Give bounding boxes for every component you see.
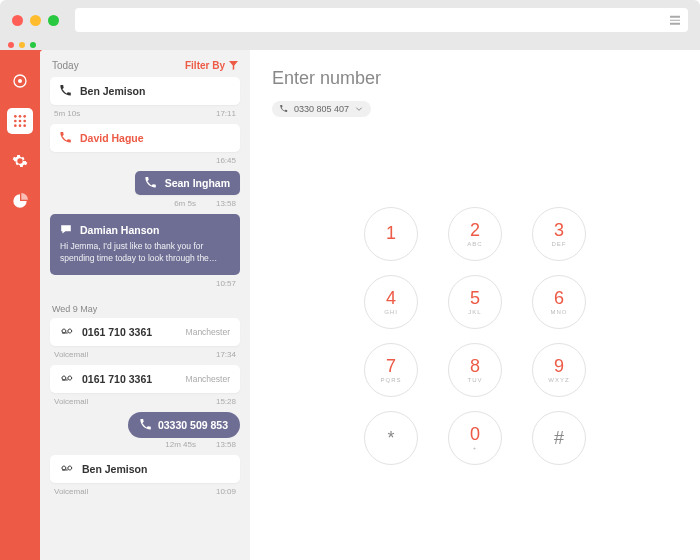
app-close[interactable] [8, 42, 14, 48]
url-bar[interactable] [75, 8, 688, 32]
window-maximize[interactable] [48, 15, 59, 26]
vm-status: Voicemail [54, 397, 88, 406]
call-item-inbound[interactable]: Sean Ingham [135, 171, 240, 195]
voicemail-item[interactable]: Ben Jemison [50, 455, 240, 483]
window-close[interactable] [12, 15, 23, 26]
chat-icon [60, 224, 72, 236]
app-maximize[interactable] [30, 42, 36, 48]
caller-name: Ben Jemison [82, 463, 147, 475]
key-hash[interactable]: # [532, 411, 586, 465]
call-time: 13:58 [216, 199, 236, 208]
svg-point-2 [14, 115, 17, 118]
svg-point-4 [23, 115, 26, 118]
filter-label: Filter By [185, 60, 225, 71]
caller-number: 0161 710 3361 [82, 326, 152, 338]
key-2[interactable]: 2ABC [448, 207, 502, 261]
key-9[interactable]: 9WXYZ [532, 343, 586, 397]
call-time: 17:11 [216, 109, 236, 118]
caller-location: Manchester [186, 327, 230, 337]
phone-in-icon [140, 419, 152, 431]
traffic-lights [12, 15, 59, 26]
voicemail-item[interactable]: 0161 710 3361 Manchester [50, 365, 240, 393]
svg-point-5 [14, 120, 17, 123]
dialpad-icon[interactable] [7, 108, 33, 134]
voicemail-icon [60, 327, 74, 337]
filter-button[interactable]: Filter By [185, 60, 238, 71]
call-item[interactable]: Ben Jemison [50, 77, 240, 105]
key-0[interactable]: 0+ [448, 411, 502, 465]
phone-in-icon [145, 177, 157, 189]
call-log-pane: Today Filter By Ben Jemison 5m 10s 17:11 [40, 50, 250, 560]
caller-name: Ben Jemison [80, 85, 145, 97]
voicemail-icon [60, 374, 74, 384]
voicemail-item[interactable]: 0161 710 3361 Manchester [50, 318, 240, 346]
call-duration: 12m 45s [165, 440, 196, 449]
call-duration: 6m 5s [174, 199, 196, 208]
call-time: 16:45 [216, 156, 236, 165]
log-list[interactable]: Ben Jemison 5m 10s 17:11 David Hague 16:… [40, 77, 250, 560]
sender-name: Damian Hanson [80, 224, 159, 236]
dialer-title: Enter number [272, 68, 678, 89]
message-item[interactable]: Damian Hanson Hi Jemma, I'd just like to… [50, 214, 240, 275]
message-preview: Hi Jemma, I'd just like to thank you for… [60, 241, 230, 265]
hamburger-icon[interactable] [670, 16, 680, 25]
log-section-today: Today [52, 60, 79, 71]
svg-point-10 [23, 124, 26, 127]
svg-point-9 [19, 124, 22, 127]
gear-icon[interactable] [7, 148, 33, 174]
svg-point-3 [19, 115, 22, 118]
keypad: 1 2ABC 3DEF 4GHI 5JKL 6MNO 7PQRS 8TUV 9W… [272, 207, 678, 465]
vm-time: 10:09 [216, 487, 236, 496]
phone-out-icon [60, 85, 72, 97]
filter-icon [229, 61, 238, 70]
key-4[interactable]: 4GHI [364, 275, 418, 329]
key-8[interactable]: 8TUV [448, 343, 502, 397]
svg-point-1 [18, 79, 22, 83]
vm-status: Voicemail [54, 487, 88, 496]
caller-number: 0161 710 3361 [82, 373, 152, 385]
key-1[interactable]: 1 [364, 207, 418, 261]
caller-name: Sean Ingham [165, 177, 230, 189]
caller-number: 03330 509 853 [158, 419, 228, 431]
call-duration: 5m 10s [54, 109, 80, 118]
key-6[interactable]: 6MNO [532, 275, 586, 329]
nav-rail [0, 50, 40, 560]
key-7[interactable]: 7PQRS [364, 343, 418, 397]
chart-icon[interactable] [7, 188, 33, 214]
svg-point-7 [23, 120, 26, 123]
log-section-date: Wed 9 May [52, 304, 240, 314]
key-5[interactable]: 5JKL [448, 275, 502, 329]
vm-time: 17:34 [216, 350, 236, 359]
app-minimize[interactable] [19, 42, 25, 48]
window-minimize[interactable] [30, 15, 41, 26]
chevron-down-icon [355, 105, 363, 113]
app-titlebar [0, 40, 700, 50]
phone-missed-icon [60, 132, 72, 144]
svg-point-6 [19, 120, 22, 123]
key-3[interactable]: 3DEF [532, 207, 586, 261]
call-time: 13:58 [216, 440, 236, 449]
msg-time: 10:57 [216, 279, 236, 288]
dialer-pane: Enter number 0330 805 407 1 2ABC 3DEF 4G… [250, 50, 700, 560]
svg-point-8 [14, 124, 17, 127]
phone-icon [280, 105, 288, 113]
voicemail-icon [60, 464, 74, 474]
caller-name: David Hague [80, 132, 144, 144]
caller-location: Manchester [186, 374, 230, 384]
key-star[interactable]: * [364, 411, 418, 465]
selected-number-dropdown[interactable]: 0330 805 407 [272, 101, 371, 117]
vm-time: 15:28 [216, 397, 236, 406]
browser-chrome [0, 0, 700, 40]
call-item-inbound[interactable]: 03330 509 853 [128, 412, 240, 438]
call-item[interactable]: David Hague [50, 124, 240, 152]
selected-number: 0330 805 407 [294, 104, 349, 114]
logo-icon[interactable] [7, 68, 33, 94]
vm-status: Voicemail [54, 350, 88, 359]
